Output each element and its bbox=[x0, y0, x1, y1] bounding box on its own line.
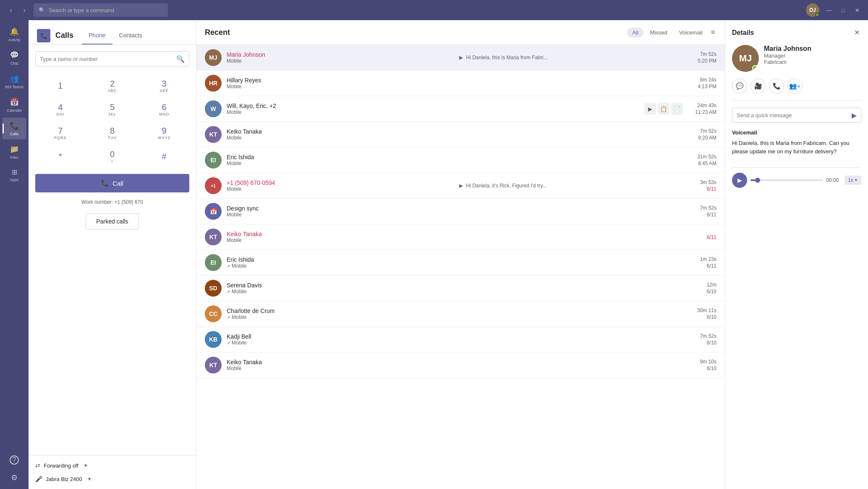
tab-phone[interactable]: Phone bbox=[82, 27, 112, 45]
call-info: Keiko Tanaka Mobile bbox=[227, 359, 454, 371]
call-info: Will, Kayo, Eric, +2 Mobile bbox=[227, 103, 639, 115]
call-info: Eric Ishida ↗ Mobile bbox=[227, 256, 454, 269]
call-item[interactable]: EI Eric Ishida Mobile 31m 52s 8:45 AM bbox=[196, 147, 725, 173]
parked-calls-button[interactable]: Parked calls bbox=[86, 213, 139, 229]
avatar: HR bbox=[205, 75, 222, 92]
call-type: Mobile bbox=[227, 160, 454, 166]
add-person-button[interactable]: 👥+ bbox=[787, 79, 803, 94]
dial-key-9[interactable]: 9WXYZ bbox=[139, 122, 189, 144]
dial-key-1[interactable]: 1 bbox=[35, 75, 86, 97]
call-item[interactable]: 📅 Design sync Mobile 7m 52s 6/11 bbox=[196, 199, 725, 224]
nav-forward-button[interactable]: › bbox=[18, 4, 30, 16]
call-item[interactable]: KB Kadji Bell ↗ Mobile 7m 52s 6/10 bbox=[196, 327, 725, 352]
sidebar-item-activity[interactable]: 🔔 Activity bbox=[3, 24, 26, 45]
maximize-button[interactable]: □ bbox=[838, 3, 848, 17]
call-action-button[interactable]: 📞 bbox=[769, 79, 784, 94]
call-info: Keiko Tanaka Mobile bbox=[227, 231, 454, 243]
call-name: Will, Kayo, Eric, +2 bbox=[227, 103, 639, 109]
sidebar-item-teams[interactable]: 👥 883 Teams bbox=[3, 71, 26, 92]
action-play-button[interactable]: ▶ bbox=[644, 103, 656, 115]
play-icon: ▶ bbox=[459, 183, 463, 189]
avatar: KT bbox=[205, 229, 222, 245]
call-item[interactable]: HR Hillary Reyes Mobile 8m 24s 4:13 PM bbox=[196, 71, 725, 96]
avatar: SD bbox=[205, 280, 222, 297]
activity-icon: 🔔 bbox=[10, 27, 19, 36]
dial-key-0[interactable]: 0+ bbox=[87, 145, 138, 167]
dial-key-6[interactable]: 6MNO bbox=[139, 98, 189, 120]
call-name: Serena Davis bbox=[227, 282, 454, 289]
sidebar-item-settings[interactable]: ⚙ bbox=[3, 470, 26, 486]
voicemail-text: Hi Daniela, this is Maria from Fabri... bbox=[466, 55, 548, 60]
video-action-button[interactable]: 🎥 bbox=[750, 79, 766, 94]
dial-key-7[interactable]: 7PQRS bbox=[35, 122, 86, 144]
device-item[interactable]: 🎤 Jabra Biz 2400 ▼ bbox=[35, 474, 189, 484]
chat-action-button[interactable]: 💬 bbox=[732, 79, 747, 94]
voicemail-text: Hi Daniela, it's Rick. Figured I'd try..… bbox=[466, 183, 547, 189]
forwarding-item[interactable]: ⇄ Forwarding off ▼ bbox=[35, 460, 189, 471]
call-item[interactable]: SD Serena Davis ↗ Mobile 12m 6/10 bbox=[196, 276, 725, 301]
calls-panel: 📞 Calls Phone Contacts 🔍 1 2ABC 3DEF 4GH… bbox=[29, 20, 196, 489]
filter-missed[interactable]: Missed bbox=[645, 28, 672, 37]
calls-body: 🔍 1 2ABC 3DEF 4GHI 5JKL 6MNO 7PQRS 8TUV … bbox=[29, 45, 196, 455]
call-item[interactable]: +1 +1 (509) 670-0594 Mobile ▶ Hi Daniela… bbox=[196, 173, 725, 199]
call-type: Mobile bbox=[227, 84, 454, 89]
call-voicemail-preview: ▶ Hi Daniela, this is Maria from Fabri..… bbox=[459, 55, 687, 60]
dial-key-8[interactable]: 8TUV bbox=[87, 122, 138, 144]
filter-tabs: All Missed Voicemail ≡ bbox=[627, 27, 716, 38]
dial-key-hash[interactable]: # bbox=[139, 145, 189, 167]
call-button[interactable]: 📞 Call bbox=[35, 174, 189, 192]
nav-back-button[interactable]: ‹ bbox=[5, 4, 17, 16]
sidebar-item-files[interactable]: 📁 Files bbox=[3, 141, 26, 163]
forwarding-icon: ⇄ bbox=[35, 462, 40, 469]
quick-message-input[interactable] bbox=[737, 112, 848, 118]
dial-key-star[interactable]: * bbox=[35, 145, 86, 167]
call-time: 11:23 AM bbox=[691, 109, 716, 115]
filter-all[interactable]: All bbox=[627, 28, 643, 37]
device-icon: 🎤 bbox=[35, 476, 42, 482]
details-company: Fabricam bbox=[764, 59, 861, 65]
action-transcript-button[interactable]: 📄 bbox=[671, 103, 683, 115]
avatar: EI bbox=[205, 152, 222, 168]
filter-more-icon[interactable]: ≡ bbox=[709, 27, 716, 38]
search-input[interactable] bbox=[49, 7, 149, 13]
call-type: Mobile bbox=[227, 237, 454, 243]
minimize-button[interactable]: — bbox=[823, 3, 835, 17]
dialpad-search-input[interactable] bbox=[40, 56, 173, 62]
dialpad-search-bar: 🔍 bbox=[35, 51, 189, 66]
call-duration: 1m 23s bbox=[691, 256, 716, 262]
call-item[interactable]: KT Keiko Tanaka Mobile 6/11 bbox=[196, 224, 725, 250]
dial-key-5[interactable]: 5JKL bbox=[87, 98, 138, 120]
dial-key-2[interactable]: 2ABC bbox=[87, 75, 138, 97]
sidebar-item-help[interactable]: ? bbox=[3, 452, 26, 468]
call-item[interactable]: W Will, Kayo, Eric, +2 Mobile ▶ 📋 📄 24m … bbox=[196, 96, 725, 122]
call-button-icon: 📞 bbox=[101, 179, 109, 187]
send-message-button[interactable]: ▶ bbox=[852, 111, 857, 119]
call-item[interactable]: KT Keiko Tanaka Mobile 9m 10s 6/10 bbox=[196, 352, 725, 378]
dial-key-3[interactable]: 3DEF bbox=[139, 75, 189, 97]
device-chevron-icon: ▼ bbox=[87, 476, 92, 481]
audio-progress-bar[interactable] bbox=[750, 179, 823, 181]
sidebar-item-chat[interactable]: 💬 Chat bbox=[3, 47, 26, 69]
details-close-button[interactable]: ✕ bbox=[852, 27, 861, 38]
action-notes-button[interactable]: 📋 bbox=[658, 103, 669, 115]
playback-speed-button[interactable]: 1x ▼ bbox=[844, 176, 861, 185]
close-button[interactable]: ✕ bbox=[852, 3, 863, 17]
avatar: KT bbox=[205, 126, 222, 143]
call-type: ↗ Mobile bbox=[227, 289, 454, 294]
call-duration: 7m 52s bbox=[691, 333, 716, 339]
user-avatar[interactable]: DJ bbox=[806, 3, 819, 17]
sidebar-item-apps[interactable]: ⊞ Apps bbox=[3, 165, 26, 185]
filter-voicemail[interactable]: Voicemail bbox=[674, 28, 708, 37]
tab-contacts[interactable]: Contacts bbox=[112, 27, 149, 45]
call-item[interactable]: KT Keiko Tanaka Mobile 7m 52s 9:20 AM bbox=[196, 122, 725, 147]
settings-icon: ⚙ bbox=[11, 473, 18, 482]
call-item[interactable]: EI Eric Ishida ↗ Mobile 1m 23s 6/11 bbox=[196, 250, 725, 276]
sidebar-item-calls[interactable]: 📞 Calls bbox=[3, 118, 26, 139]
call-duration: 24m 43s bbox=[691, 103, 716, 108]
help-icon: ? bbox=[10, 455, 19, 465]
call-item[interactable]: MJ Maria Johnson Mobile ▶ Hi Daniela, th… bbox=[196, 45, 725, 71]
audio-play-button[interactable]: ▶ bbox=[732, 173, 747, 188]
dial-key-4[interactable]: 4GHI bbox=[35, 98, 86, 120]
call-item[interactable]: CC Charlotte de Crum ↗ Mobile 30m 11s 6/… bbox=[196, 301, 725, 327]
sidebar-item-calendar[interactable]: 📅 Calendar bbox=[3, 94, 26, 116]
